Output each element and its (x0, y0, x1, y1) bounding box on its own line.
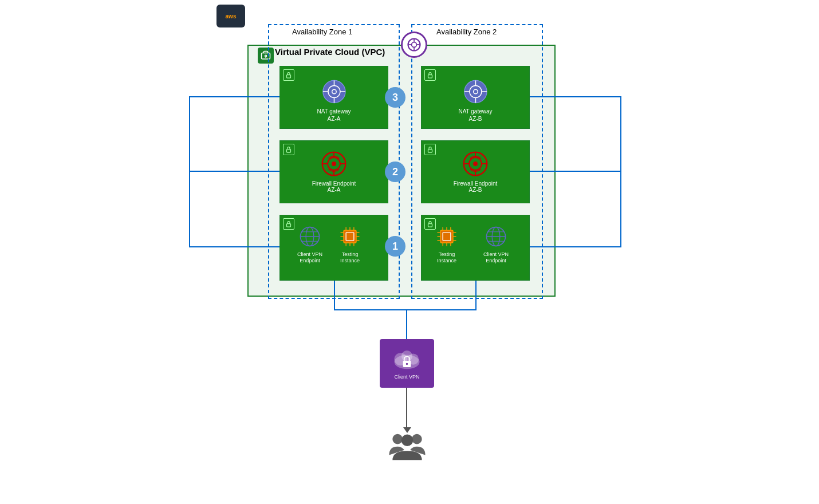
vpn-gateway: Client VPN (380, 339, 434, 388)
step-badge-2: 2 (385, 162, 405, 182)
subnet-lock-az1-fw (283, 144, 294, 155)
vpn-gateway-label: Client VPN (394, 374, 419, 380)
subnet-az1-public: NAT gatewayAZ-A (279, 66, 388, 129)
client-vpn-az2-label: Client VPNEndpoint (483, 251, 509, 264)
subnet-az2-firewall: Firewall Endpoint AZ-B (421, 140, 530, 203)
svg-point-88 (401, 435, 414, 447)
subnet-az2-public: NAT gatewayAZ-B (421, 66, 530, 129)
subnet-az2-private: TestingInstance Client VPNEndpoint (421, 215, 530, 281)
firewall-az2-icon: Firewall Endpoint AZ-B (448, 149, 502, 193)
line-az2-down (475, 281, 477, 310)
testing-instance-az2-label: TestingInstance (437, 251, 456, 264)
nat-gateway-az1-icon: NAT gatewayAZ-A (317, 78, 351, 123)
firewall-az2-label: Firewall Endpoint AZ-B (448, 180, 502, 193)
svg-rect-16 (287, 149, 291, 153)
svg-rect-24 (287, 224, 291, 227)
aws-logo: aws (216, 5, 245, 27)
nat-az2-label: NAT gatewayAZ-B (458, 108, 492, 123)
az1-label: Availability Zone 1 (292, 27, 352, 36)
firewall-az1-label: Firewall Endpoint AZ-A (307, 180, 361, 193)
line-left-az1-fw (189, 171, 279, 172)
svg-point-87 (412, 434, 422, 444)
line-right-az2-fw (530, 171, 620, 172)
svg-point-19 (332, 162, 336, 166)
subnet-lock-az1-priv (283, 218, 294, 230)
subnet-az1-firewall: Firewall Endpoint AZ-A (279, 140, 388, 203)
subnet-lock-az1-pub (283, 69, 294, 81)
line-left-az1-pub (189, 96, 279, 97)
svg-point-1 (265, 55, 267, 57)
svg-rect-61 (440, 230, 453, 243)
svg-rect-44 (428, 75, 432, 78)
line-right-vertical (620, 96, 621, 247)
line-right-az2-priv (530, 246, 620, 247)
client-vpn-az1-label: Client VPNEndpoint (297, 251, 322, 264)
svg-rect-8 (287, 75, 291, 78)
az2-label: Availability Zone 2 (436, 27, 497, 36)
svg-point-85 (406, 363, 408, 365)
step-badge-3: 3 (385, 87, 405, 108)
line-to-vpn (406, 309, 407, 339)
aws-logo-text: aws (226, 13, 237, 19)
line-vpn-to-users (406, 388, 407, 429)
line-bottom-horizontal (334, 309, 477, 310)
nat-az1-label: NAT gatewayAZ-A (317, 108, 351, 123)
client-vpn-az2-icon: Client VPNEndpoint (483, 224, 509, 264)
line-left-az1-priv (189, 246, 279, 247)
diagram-container: aws Virtual Private Cloud (VPC) Availabi… (0, 0, 819, 504)
svg-point-55 (473, 162, 478, 166)
nat-gateway-az2-icon: NAT gatewayAZ-B (458, 78, 492, 123)
svg-rect-30 (344, 230, 356, 243)
client-vpn-az1-icon: Client VPNEndpoint (297, 224, 322, 264)
line-az1-down (334, 281, 335, 310)
subnet-az1-private: Client VPNEndpoint Te (279, 215, 388, 281)
svg-point-86 (392, 434, 403, 444)
testing-instance-az2-icon: TestingInstance (434, 224, 459, 264)
firewall-az1-icon: Firewall Endpoint AZ-A (307, 149, 361, 193)
svg-rect-52 (428, 149, 432, 153)
step-badge-1: 1 (385, 236, 405, 257)
line-right-az2-pub (530, 96, 620, 97)
subnet-lock-az2-fw (424, 144, 436, 155)
svg-rect-60 (428, 224, 432, 227)
line-left-vertical (189, 96, 190, 247)
testing-instance-az1-label: TestingInstance (340, 251, 360, 264)
subnet-lock-az2-pub (424, 69, 436, 81)
arrow-to-users (403, 427, 411, 433)
svg-point-3 (412, 42, 417, 48)
router-icon (401, 32, 427, 58)
testing-instance-az1-icon: TestingInstance (337, 224, 363, 264)
